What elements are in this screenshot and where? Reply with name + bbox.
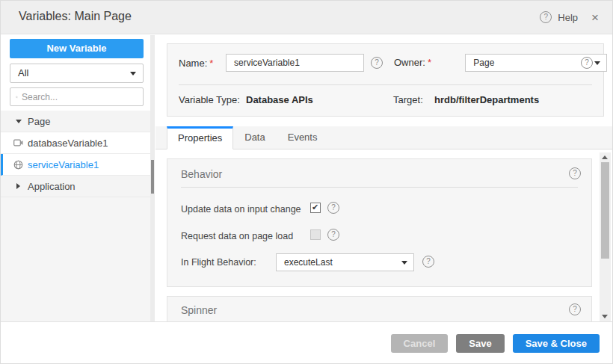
variable-filter-select[interactable]: All <box>10 64 144 83</box>
properties-scrollbar-thumb[interactable] <box>601 162 609 259</box>
header-divider <box>179 84 592 85</box>
variable-type-value: Database APIs <box>246 94 313 105</box>
close-icon[interactable]: × <box>591 11 599 24</box>
required-marker: * <box>428 57 431 68</box>
name-input[interactable] <box>226 54 364 72</box>
spinner-help-icon[interactable] <box>569 303 581 315</box>
name-label: Name:* <box>179 58 213 69</box>
update-data-checkbox[interactable] <box>310 203 321 213</box>
tree-empty-area <box>1 197 150 323</box>
required-marker: * <box>209 58 213 69</box>
target-value: hrdb/filterDepartments <box>434 94 539 105</box>
in-flight-behavior-value: executeLast <box>284 257 333 268</box>
request-data-help-icon[interactable] <box>327 229 339 241</box>
chevron-down-icon <box>130 72 136 75</box>
variable-filter-value: All <box>18 67 28 78</box>
name-help-icon[interactable] <box>371 57 383 69</box>
tab-properties[interactable]: Properties <box>167 126 233 149</box>
in-flight-behavior-help-icon[interactable] <box>422 256 434 268</box>
owner-value: Page <box>473 58 494 68</box>
sidebar-scrollbar-track[interactable] <box>150 35 155 323</box>
chevron-down-icon <box>401 261 407 265</box>
tree-item-label: serviceVariable1 <box>28 159 99 170</box>
tree-group-label: Application <box>28 181 76 192</box>
in-flight-behavior-label: In Flight Behavior: <box>181 257 256 268</box>
update-data-help-icon[interactable] <box>327 202 339 214</box>
search-icon <box>16 93 18 102</box>
tab-data[interactable]: Data <box>233 126 276 149</box>
type-target-row: Variable Type: Database APIs Target: hrd… <box>179 94 594 108</box>
save-and-close-button[interactable]: Save & Close <box>513 334 600 353</box>
variable-tree: Page databaseVariable1 <box>1 111 150 197</box>
tree-item-servicevariable1[interactable]: serviceVariable1 <box>1 154 150 176</box>
tree-group-application[interactable]: Application <box>1 176 150 197</box>
behavior-section: Behavior Update data on input change Req… <box>167 158 592 287</box>
sidebar-scrollbar-thumb[interactable] <box>151 160 154 194</box>
properties-scrollbar[interactable] <box>600 152 611 321</box>
tree-item-databasevariable1[interactable]: databaseVariable1 <box>1 132 150 154</box>
variable-search[interactable] <box>10 87 144 106</box>
in-flight-behavior-select[interactable]: executeLast <box>276 253 414 271</box>
variable-type-label: Variable Type: <box>179 94 240 105</box>
scroll-down-icon[interactable] <box>602 315 608 318</box>
caret-down-icon <box>16 120 22 123</box>
request-data-label: Request data on page load <box>181 231 293 241</box>
tree-item-label: databaseVariable1 <box>28 138 108 149</box>
scroll-up-icon[interactable] <box>602 155 608 159</box>
titlebar-actions: Help × <box>540 1 599 34</box>
search-input[interactable] <box>22 92 138 102</box>
target-label: Target: <box>393 94 423 105</box>
help-link[interactable]: Help <box>558 12 578 23</box>
detail-tabs: Properties Data Events <box>155 126 612 149</box>
page-title: Variables: Main Page <box>19 10 132 23</box>
tab-events[interactable]: Events <box>277 126 329 149</box>
section-divider <box>181 187 578 188</box>
owner-label: Owner:* <box>394 57 431 68</box>
variable-summary-card: Name:* Owner:* Page Variable Type: Datab… <box>167 43 604 117</box>
cancel-button[interactable]: Cancel <box>391 334 449 353</box>
behavior-section-title: Behavior <box>181 168 222 180</box>
name-owner-row: Name:* Owner:* Page <box>179 54 594 72</box>
dialog-titlebar: Variables: Main Page Help × <box>1 1 612 34</box>
update-data-label: Update data on input change <box>181 204 301 215</box>
service-variable-icon <box>13 160 23 170</box>
request-data-checkbox[interactable] <box>310 229 321 240</box>
tree-group-page[interactable]: Page <box>1 111 150 132</box>
new-variable-button[interactable]: New Variable <box>10 39 144 58</box>
behavior-help-icon[interactable] <box>569 167 581 179</box>
variable-detail-panel: Name:* Owner:* Page Variable Type: Datab… <box>155 35 612 323</box>
database-variable-icon <box>13 139 23 146</box>
tree-group-label: Page <box>28 116 50 127</box>
caret-right-icon <box>16 183 20 189</box>
dialog-footer: Cancel Save Save & Close <box>1 321 612 363</box>
spinner-section-title: Spinner <box>181 304 217 316</box>
owner-help-icon[interactable] <box>581 57 593 69</box>
spinner-section: Spinner <box>167 296 592 323</box>
chevron-down-icon <box>594 61 600 65</box>
save-button[interactable]: Save <box>456 334 504 353</box>
properties-scroll-area: Behavior Update data on input change Req… <box>155 149 612 323</box>
help-icon[interactable] <box>540 11 552 23</box>
variables-dialog: Variables: Main Page Help × New Variable… <box>0 0 613 364</box>
variables-sidebar: New Variable All Page <box>1 35 155 323</box>
